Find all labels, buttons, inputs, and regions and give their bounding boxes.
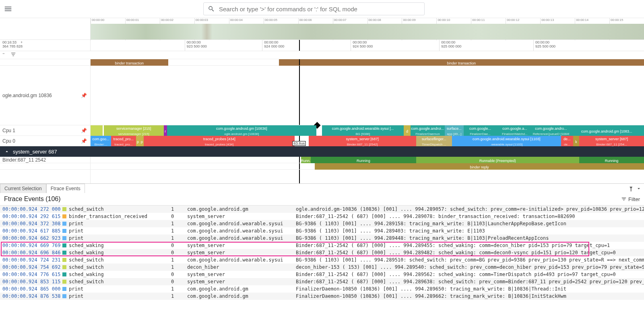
table-row[interactable]: 00:00:00.924 696 846sched_waking0system_… <box>0 249 644 256</box>
table-row[interactable]: 00:00:00.924 662 923print1com.google.and… <box>0 235 644 242</box>
pin-icon[interactable]: 📌 <box>81 93 87 98</box>
move-up-icon[interactable]: ⤒ <box>628 185 634 193</box>
timeline-slice[interactable]: system_server [687]Binder:687_11 [254... <box>579 136 644 146</box>
timeline-slice[interactable]: k <box>573 136 579 146</box>
ruler-origin: 00:16:33 + 364 785 828 <box>0 40 91 51</box>
timeline-slice[interactable]: Running <box>579 157 644 163</box>
time-ruler[interactable]: 00:16:33 + 364 785 828 00:00:00923 500 0… <box>0 40 644 51</box>
timeline-slice[interactable]: com.goo...Binder:... <box>91 136 111 146</box>
timeline-slice[interactable]: servicemanager [215]servicemanager [215] <box>104 125 164 136</box>
timeline-slice[interactable]: d <box>404 125 411 136</box>
timeline-slice[interactable] <box>91 125 103 136</box>
timeline-slice[interactable]: com.google.android.gm [10836]ogle.androi… <box>167 125 316 136</box>
filter-icon <box>621 196 627 202</box>
track-label: Cpu 0 <box>2 138 15 144</box>
timeline-slice[interactable]: com.google...FinalizerDae... <box>464 125 497 136</box>
collapse-icon[interactable] <box>2 52 7 58</box>
track-cpu0[interactable]: Cpu 0 📌 63.8us com.goo...Binder:...trace… <box>0 136 644 146</box>
chevron-up-icon <box>4 149 10 154</box>
track-label: Cpu 1 <box>2 128 15 133</box>
search-box[interactable] <box>203 2 425 15</box>
timeline-slice[interactable]: binder reply <box>315 163 644 170</box>
timeline-slice[interactable]: com.google.android.gm [1083... <box>569 125 644 136</box>
timeline-slice[interactable]: p <box>140 136 144 146</box>
track-binder-reply[interactable]: binder reply <box>0 163 644 170</box>
timeline-slice[interactable]: system_server [687]Binder:687_11 [2542] <box>309 136 416 146</box>
table-row[interactable]: 00:00:00.924 876 538print1com.google.and… <box>0 293 644 300</box>
timeline-slice[interactable]: com.google.android.wearable.sysui [1103]… <box>452 136 561 146</box>
table-row[interactable]: 00:00:00.924 853 115sched_switch0system_… <box>0 278 644 285</box>
menu-button[interactable] <box>0 1 16 17</box>
tab-current-selection[interactable]: Current Selection <box>0 184 46 193</box>
track-controls <box>0 51 644 59</box>
table-row[interactable]: 00:00:00.924 292 615binder_transaction_r… <box>0 213 644 220</box>
table-row[interactable]: 00:00:00.924 724 231sched_switch1com.goo… <box>0 256 644 264</box>
track-process-gm[interactable]: ogle.android.gm 10836 📌 <box>0 66 644 125</box>
filter-button[interactable]: Filter <box>621 196 640 202</box>
topbar <box>0 0 644 18</box>
search-icon <box>208 5 215 12</box>
minimap[interactable] <box>91 24 644 39</box>
table-row[interactable]: 00:00:00.924 372 308print1com.google.and… <box>0 220 644 227</box>
timeline-slice[interactable]: binder transaction <box>279 59 644 66</box>
table-row[interactable]: 00:00:00.924 617 885print1com.google.and… <box>0 227 644 235</box>
timeline-slice[interactable]: Runnable (Preempted) <box>416 157 580 163</box>
tab-ftrace-events[interactable]: Ftrace Events <box>46 184 85 193</box>
track-label: ogle.android.gm 10836 <box>2 93 52 98</box>
timeline-slice[interactable]: Running <box>311 157 416 163</box>
timeline-slice[interactable]: com.google.a...FinalizerWatchd... <box>497 125 533 136</box>
search-input[interactable] <box>219 6 420 12</box>
timeline-slice[interactable]: surface...app [49...] <box>445 125 464 136</box>
pin-icon[interactable]: 📌 <box>81 138 87 144</box>
timeline-slice[interactable]: de...de... <box>561 136 573 146</box>
track-cpu1[interactable]: Cpu 1 📌 servicemanager [215]servicemanag… <box>0 125 644 136</box>
timeline-slice[interactable]: Runn... <box>301 157 311 163</box>
timeline-slice[interactable]: binder transaction <box>91 59 168 66</box>
timeline-slice[interactable]: traced_probes [434]traced_probes [434] <box>144 136 295 146</box>
timeline-slice[interactable]: traced_pro...traced_pro... <box>111 136 136 146</box>
track-label: Binder:687_11 2542 <box>2 157 46 163</box>
timeline-slice[interactable]: com.google.andro...ReferenceQueueD [1084… <box>533 125 570 136</box>
hamburger-icon <box>4 4 12 13</box>
panel-header: Ftrace Events (106) Filter <box>0 193 644 206</box>
track-spacer <box>0 170 644 183</box>
timeline-slice[interactable]: p <box>136 136 140 146</box>
filter-lines-icon[interactable] <box>10 52 16 58</box>
details-tabs: Current Selection Ftrace Events ⤒ <box>0 183 644 193</box>
table-row[interactable]: 00:00:00.924 754 692sched_switch1decon_h… <box>0 264 644 271</box>
timeline-slice[interactable]: com.google.androi...FinalizerDaemon <box>411 125 445 136</box>
duration-badge: 63.8us <box>293 141 306 146</box>
table-row[interactable]: 00:00:00.924 865 000print1com.google.and… <box>0 285 644 293</box>
table-row[interactable]: 00:00:00.924 776 615sched_waking0system_… <box>0 271 644 278</box>
ftrace-events-table[interactable]: 00:00:00.924 272 000sched_switch1com.goo… <box>0 206 644 300</box>
track-binder-top: binder transactionbinder transaction <box>0 59 644 66</box>
table-row[interactable]: 00:00:00.924 669 769sched_waking0system_… <box>0 242 644 249</box>
table-row[interactable]: 00:00:00.924 272 000sched_switch1com.goo… <box>0 206 644 213</box>
panel-title: Ftrace Events (106) <box>4 195 61 203</box>
pin-icon[interactable]: 📌 <box>81 128 87 133</box>
timeline-slice[interactable]: r <box>164 125 167 136</box>
timeline-slice[interactable]: com.google.android.wearable.sysui [...BG… <box>322 125 404 136</box>
overview-timeline[interactable]: 00:00:0000:00:0100:00:0200:00:0300:00:04… <box>0 18 644 40</box>
timeline-slice[interactable]: surfaceflinger...TimerDispatch ... <box>416 136 452 146</box>
track-thread-binder[interactable]: Binder:687_11 2542 Runn...RunningRunnabl… <box>0 157 644 163</box>
chevron-down-icon[interactable] <box>636 186 642 193</box>
process-header[interactable]: system_server 687 <box>0 146 644 157</box>
